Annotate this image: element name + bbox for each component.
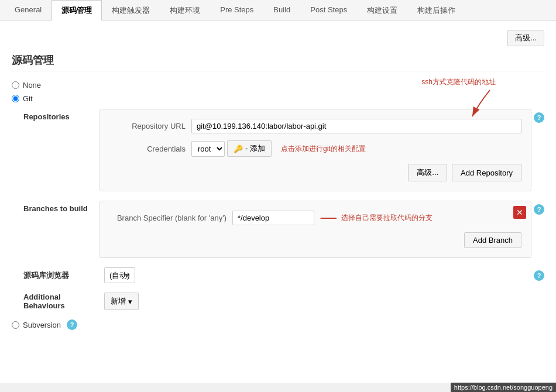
repo-url-input-wrapper	[191, 119, 521, 133]
repositories-help-icon[interactable]: ?	[534, 112, 544, 123]
browser-select[interactable]: (自动)	[104, 267, 135, 283]
main-content: 高级... 源码管理 None Git Repositories Reposit…	[0, 20, 556, 383]
repositories-panel: Repository URL Credentials root	[99, 109, 531, 191]
tab-bar: General 源码管理 构建触发器 构建环境 Pre Steps Build …	[0, 0, 556, 20]
credentials-controls: root 🔑 - 添加 点击添加进行git的相关配置	[191, 140, 521, 157]
git-radio[interactable]	[12, 95, 19, 102]
branch-specifier-input-wrapper: 选择自己需要拉取代码的分支	[232, 211, 521, 225]
annotation-ssh: ssh方式克隆代码的地址	[421, 77, 496, 119]
panel-buttons-row: 高级... Add Repository	[109, 164, 521, 181]
subversion-help-icon[interactable]: ?	[67, 319, 77, 330]
page-title: 源码管理	[12, 53, 544, 71]
branches-help-icon[interactable]: ?	[534, 204, 544, 215]
credentials-label: Credentials	[109, 145, 186, 153]
branches-label: Branches to build	[23, 201, 99, 213]
tab-build[interactable]: Build	[263, 0, 300, 20]
branch-specifier-row: Branch Specifier (blank for 'any')	[109, 211, 521, 225]
tab-build-env[interactable]: 构建环境	[160, 0, 210, 20]
svn-label: Subversion	[23, 321, 61, 329]
repo-url-row: Repository URL	[109, 119, 521, 133]
annotation-git-config: 点击添加进行git的相关配置	[281, 144, 366, 154]
tab-pre-steps[interactable]: Pre Steps	[210, 0, 263, 20]
svn-radio[interactable]	[12, 321, 19, 329]
repo-url-input[interactable]	[191, 119, 521, 133]
new-dropdown-wrapper: 新增 ▾	[104, 293, 139, 310]
annotation-branch: 选择自己需要拉取代码的分支	[320, 213, 433, 223]
add-credentials-button[interactable]: 🔑 - 添加	[227, 140, 272, 157]
key-icon: 🔑	[234, 145, 243, 153]
none-radio[interactable]	[12, 81, 19, 89]
credentials-row: Credentials root 🔑 - 添加 点击添加进行git的相关配置	[109, 140, 521, 157]
remove-branch-button[interactable]: ✕	[513, 206, 526, 219]
new-dropdown-button[interactable]: 新增 ▾	[104, 293, 139, 310]
branch-arrow-svg	[320, 214, 338, 223]
dropdown-arrow-icon: ▾	[128, 297, 132, 306]
branches-panel-buttons: Add Branch	[109, 232, 521, 248]
subversion-row: Subversion ?	[12, 319, 544, 330]
subversion-option[interactable]: Subversion ?	[12, 319, 544, 330]
add-repository-button[interactable]: Add Repository	[452, 164, 521, 181]
browser-label: 源码库浏览器	[23, 270, 99, 281]
tab-build-trigger[interactable]: 构建触发器	[102, 0, 160, 20]
credentials-select[interactable]: root	[191, 141, 225, 157]
bottom-url-bar: https://blog.csdn.net/songguopeng	[451, 383, 556, 392]
top-advanced-row: 高级...	[12, 30, 544, 46]
browser-help-icon[interactable]: ?	[534, 270, 544, 281]
tab-source-mgmt[interactable]: 源码管理	[52, 0, 102, 20]
new-label: 新增	[111, 296, 126, 307]
additional-label: Additional Behaviours	[23, 293, 99, 310]
branch-specifier-label: Branch Specifier (blank for 'any')	[109, 214, 226, 222]
add-credentials-label: - 添加	[245, 143, 265, 154]
tab-post-build[interactable]: 构建后操作	[407, 0, 465, 20]
ssh-arrow-svg	[461, 87, 496, 119]
repos-advanced-button[interactable]: 高级...	[408, 164, 447, 181]
add-branch-button[interactable]: Add Branch	[464, 232, 521, 248]
none-label: None	[23, 81, 41, 90]
branch-specifier-input[interactable]	[232, 211, 314, 225]
repo-url-label: Repository URL	[109, 122, 186, 130]
branches-panel: ✕ Branch Specifier (blank for 'any')	[99, 201, 531, 258]
top-advanced-button[interactable]: 高级...	[507, 30, 544, 46]
tab-general[interactable]: General	[5, 0, 52, 20]
git-label: Git	[23, 94, 33, 103]
browser-select-wrapper: (自动)	[104, 267, 527, 283]
tab-build-settings[interactable]: 构建设置	[357, 0, 407, 20]
repositories-label: Repositories	[23, 109, 99, 121]
credentials-input-wrapper: root 🔑 - 添加 点击添加进行git的相关配置	[191, 140, 521, 157]
tab-post-steps[interactable]: Post Steps	[300, 0, 357, 20]
